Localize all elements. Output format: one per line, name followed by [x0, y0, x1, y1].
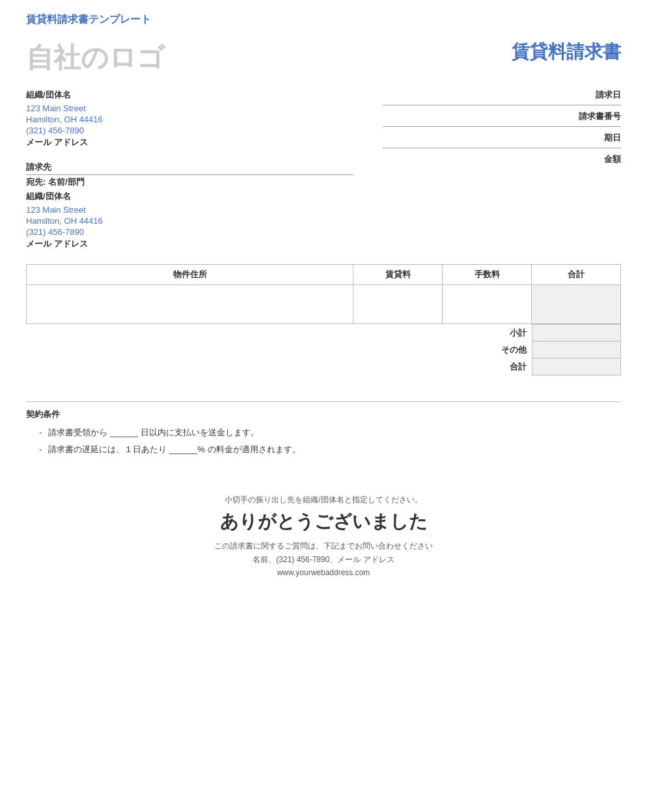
thank-you: ありがとうございました — [26, 509, 621, 534]
col-header-fee: 手数料 — [443, 265, 532, 285]
bill-to-address1: 123 Main Street — [26, 205, 353, 215]
other-row: その他 — [491, 342, 621, 359]
col-header-rent: 賃貸料 — [353, 265, 443, 285]
date-label: 請求日 — [383, 89, 621, 101]
contact-label: この請求書に関するご質問は、下記までお問い合わせください — [26, 541, 621, 552]
sender-address1: 123 Main Street — [26, 103, 353, 113]
terms-section: 契約条件 請求書受領から ______ 日以内に支払いを送金します。 請求書の遅… — [26, 401, 621, 455]
bill-to-email: メール アドレス — [26, 238, 353, 250]
contact-info: 名前、(321) 456-7890、メール アドレス — [26, 554, 621, 565]
logo-area: 自社のロゴ — [26, 40, 165, 76]
terms-item-1: 請求書受領から ______ 日以内に支払いを送金します。 — [39, 427, 621, 439]
other-label: その他 — [491, 342, 532, 359]
total-row: 合計 — [491, 359, 621, 375]
sender-address2: Hamilton, OH 44416 — [26, 115, 353, 124]
col-header-total: 合計 — [532, 265, 621, 285]
terms-item-2: 請求書の遅延には、１日あたり ______% の料金が適用されます。 — [39, 444, 621, 455]
subtotal-row: 小計 — [491, 325, 621, 342]
page-title: 賃貸料請求書テンプレート — [26, 13, 621, 27]
subtotal-label: 小計 — [491, 325, 532, 342]
bill-to-label: 請求先 — [26, 161, 353, 175]
sender-email: メール アドレス — [26, 137, 353, 148]
amount-label: 金額 — [383, 154, 621, 165]
check-note: 小切手の振り出し先を組織/団体名と指定してください。 — [26, 494, 621, 506]
col-header-address: 物件住所 — [27, 265, 353, 285]
other-value — [532, 342, 621, 359]
subtotal-value — [532, 325, 621, 342]
total-value — [532, 359, 621, 375]
due-date-label: 期日 — [383, 132, 621, 144]
total-label: 合計 — [491, 359, 532, 375]
sender-phone: (321) 456-7890 — [26, 126, 353, 135]
bill-to-recipient: 宛先: 名前/部門 — [26, 176, 353, 188]
invoice-number-label: 請求書番号 — [383, 111, 621, 122]
bill-to-phone: (321) 456-7890 — [26, 227, 353, 237]
bill-to-org: 組織/団体名 — [26, 191, 353, 202]
footer-section: 小切手の振り出し先を組織/団体名と指定してください。 ありがとうございました こ… — [26, 494, 621, 577]
terms-title: 契約条件 — [26, 409, 621, 420]
table-row — [27, 285, 621, 324]
bill-to-address2: Hamilton, OH 44416 — [26, 216, 353, 226]
totals-table: 小計 その他 合計 — [491, 324, 621, 375]
invoice-table: 物件住所 賃貸料 手数料 合計 — [26, 264, 621, 324]
sender-org-label: 組織/団体名 — [26, 89, 353, 101]
invoice-title: 賃貸料請求書 — [512, 40, 621, 64]
website: www.yourwebaddress.com — [26, 568, 621, 577]
terms-list: 請求書受領から ______ 日以内に支払いを送金します。 請求書の遅延には、１… — [26, 427, 621, 455]
